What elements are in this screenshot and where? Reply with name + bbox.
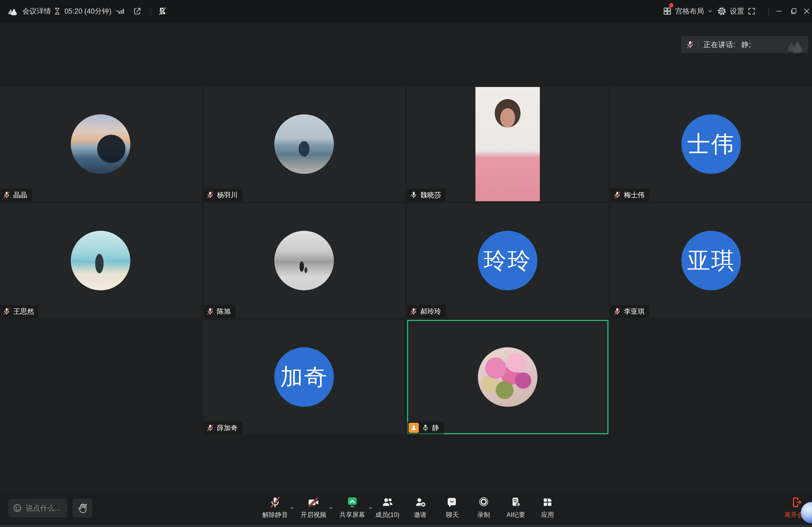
avatar: 加奇: [274, 347, 334, 407]
participant-name: 郝玲玲: [420, 307, 441, 316]
participant-tile[interactable]: 加奇 薛加奇: [204, 320, 405, 434]
participant-name: 晶晶: [13, 190, 27, 200]
share-screen-icon: [346, 496, 358, 508]
mic-options-chevron[interactable]: [289, 505, 295, 512]
participant-tile-active-speaker[interactable]: 静: [407, 320, 608, 434]
timer-text: 05:20 (40分钟): [64, 6, 112, 16]
mic-muted-icon: [3, 307, 11, 315]
mic-muted-icon: [206, 424, 214, 432]
share-screen-label: 共享屏幕: [339, 511, 365, 519]
open-external-icon: [133, 7, 142, 15]
participant-tile[interactable]: 亚琪 李亚琪: [611, 204, 812, 318]
record-button[interactable]: 录制: [466, 496, 501, 519]
speaking-label: 正在讲话:: [704, 40, 736, 49]
chat-button[interactable]: 聊天: [435, 496, 469, 519]
open-external-button[interactable]: [133, 0, 142, 22]
control-bar: 说点什么... 解除静音 开启视频: [0, 492, 812, 525]
ai-notes-button[interactable]: AI纪要: [498, 496, 533, 519]
chat-input-placeholder: 说点什么...: [26, 503, 61, 513]
video-feed: [476, 87, 540, 201]
mic-on-icon: [410, 191, 418, 199]
share-screen-button[interactable]: 共享屏幕: [335, 496, 369, 519]
notes-slash-icon: [158, 6, 167, 16]
participant-name-bar: 魏晓莎: [407, 189, 446, 201]
avatar: 亚琪: [681, 231, 741, 290]
mic-muted-icon: [269, 496, 281, 508]
participant-tile[interactable]: 魏晓莎: [407, 87, 608, 201]
participant-name-bar: 静: [407, 421, 444, 434]
avatar: [478, 347, 537, 407]
chat-quick-input[interactable]: 说点什么...: [8, 499, 67, 517]
mic-muted-icon: [686, 41, 694, 49]
participant-name: 杨羽川: [217, 190, 237, 200]
participant-name: 静: [432, 423, 439, 433]
apps-icon: [541, 496, 554, 508]
avatar-initials: 亚琪: [687, 245, 735, 276]
fullscreen-button[interactable]: [746, 6, 757, 16]
avatar-initials: 加奇: [280, 362, 328, 393]
unmute-button[interactable]: 解除静音: [258, 496, 292, 519]
layout-notification-dot: [669, 3, 673, 7]
ai-notes-label: AI纪要: [507, 511, 525, 519]
close-icon: [803, 7, 810, 15]
record-icon: [478, 496, 490, 508]
participant-tile[interactable]: 士伟 梅士伟: [611, 87, 812, 201]
minimize-icon: [775, 7, 783, 15]
topbar-divider: [768, 7, 769, 15]
video-options-chevron[interactable]: [328, 505, 334, 512]
meeting-timer[interactable]: 05:20 (40分钟): [53, 0, 120, 22]
avatar-initials: 士伟: [687, 129, 735, 160]
participant-name-bar: 杨羽川: [204, 189, 242, 201]
meeting-details-label: 会议详情: [23, 6, 51, 16]
participant-name-bar: 郝玲玲: [407, 305, 446, 318]
settings-button[interactable]: 设置: [717, 0, 744, 22]
start-video-button[interactable]: 开启视频: [296, 496, 331, 519]
chevron-down-icon: [707, 8, 713, 14]
participant-name-bar: 晶晶: [0, 189, 32, 201]
banner-divider: [698, 40, 699, 49]
network-quality-button[interactable]: [117, 0, 126, 22]
signal-bars-icon: [117, 7, 126, 15]
participant-name: 王思然: [13, 307, 34, 316]
invite-label: 邀请: [414, 511, 426, 519]
participant-name: 薛加奇: [217, 423, 237, 433]
minimize-button[interactable]: [774, 6, 784, 16]
avatar: [274, 114, 334, 174]
participant-tile[interactable]: 玲玲 郝玲玲: [407, 204, 608, 318]
chat-label: 聊天: [446, 511, 459, 519]
notes-disabled-button[interactable]: [158, 0, 167, 22]
mic-muted-icon: [206, 191, 214, 199]
ai-notes-icon: [510, 496, 522, 508]
members-label: 成员(10): [375, 511, 400, 519]
participant-tile[interactable]: 晶晶: [0, 87, 201, 201]
close-button[interactable]: [801, 6, 812, 16]
camera-off-icon: [307, 496, 320, 508]
leave-meeting-icon: [791, 496, 803, 508]
title-bar: 会议详情 05:20 (40分钟): [0, 0, 812, 22]
chat-icon: [446, 496, 459, 508]
apps-button[interactable]: 应用: [530, 496, 565, 519]
start-video-label: 开启视频: [301, 511, 326, 519]
participant-tile[interactable]: 陈旭: [204, 204, 405, 318]
avatar: [274, 231, 334, 290]
members-button[interactable]: 成员(10): [370, 496, 405, 519]
invite-button[interactable]: 邀请: [403, 496, 437, 519]
participant-tile[interactable]: 杨羽川: [204, 87, 405, 201]
settings-label: 设置: [730, 6, 744, 16]
maximize-button[interactable]: [788, 6, 799, 16]
invite-icon: [414, 496, 426, 508]
mic-muted-icon: [410, 307, 418, 315]
layout-label: 宫格布局: [675, 6, 704, 16]
participant-name-bar: 薛加奇: [204, 421, 242, 434]
meeting-details-button[interactable]: 会议详情: [23, 0, 51, 22]
mic-muted-icon: [613, 307, 621, 315]
mic-muted-icon: [613, 191, 621, 199]
participant-tile[interactable]: 王思然: [0, 204, 201, 318]
raise-hand-button[interactable]: [73, 499, 92, 517]
participant-name: 李亚琪: [624, 307, 644, 316]
avatar: [71, 231, 130, 290]
gear-icon: [717, 6, 727, 16]
record-label: 录制: [477, 511, 490, 519]
host-badge-icon: [409, 423, 419, 433]
participant-name: 魏晓莎: [420, 190, 441, 200]
